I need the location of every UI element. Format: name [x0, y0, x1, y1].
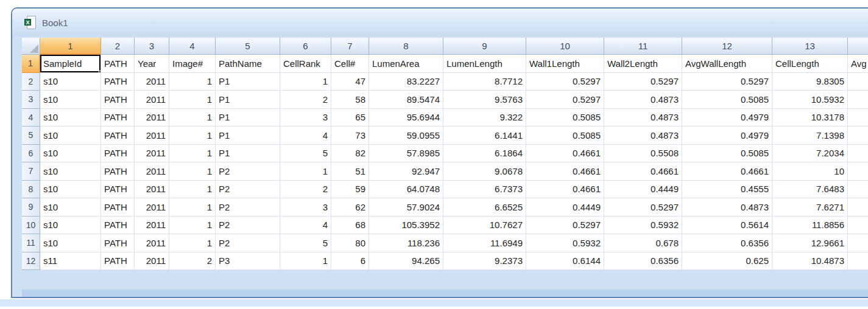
- column-header-2[interactable]: 2: [101, 38, 135, 55]
- cell[interactable]: 1: [169, 181, 216, 199]
- column-header-6[interactable]: 6: [280, 38, 331, 55]
- cell[interactable]: 2011: [135, 145, 169, 163]
- cell[interactable]: PATH: [101, 181, 135, 199]
- cell[interactable]: 0.4979: [682, 109, 772, 127]
- cell[interactable]: 2011: [135, 162, 169, 181]
- cell[interactable]: 6.6525: [443, 198, 526, 217]
- cell[interactable]: 1: [280, 252, 331, 271]
- cell[interactable]: 3: [280, 198, 331, 217]
- cell[interactable]: 12.9661: [772, 234, 848, 252]
- cell[interactable]: 11.8856: [772, 217, 848, 235]
- cell[interactable]: s10: [40, 234, 101, 252]
- cell[interactable]: 6.1441: [443, 127, 526, 145]
- row-header-10[interactable]: 10: [22, 217, 40, 235]
- cell[interactable]: 2011: [135, 127, 169, 145]
- cell[interactable]: Avg: [848, 55, 868, 73]
- column-header-5[interactable]: 5: [216, 38, 280, 55]
- cell[interactable]: [848, 252, 868, 271]
- cell[interactable]: 1: [169, 145, 216, 163]
- cell[interactable]: 0.6356: [682, 234, 772, 252]
- cell[interactable]: P1: [216, 73, 280, 91]
- cell[interactable]: 92.947: [369, 162, 443, 181]
- cell[interactable]: PATH: [101, 55, 135, 73]
- cell[interactable]: 0.5085: [526, 109, 604, 127]
- cell[interactable]: 1: [169, 198, 216, 217]
- cell[interactable]: s10: [40, 162, 101, 181]
- cell[interactable]: [848, 234, 868, 252]
- cell[interactable]: 1: [169, 234, 216, 252]
- cell[interactable]: 9.2373: [443, 252, 526, 271]
- cell[interactable]: s10: [40, 217, 101, 235]
- cell[interactable]: s11: [40, 252, 101, 271]
- cell[interactable]: P3: [216, 252, 280, 271]
- cell[interactable]: 4: [280, 217, 331, 235]
- cell[interactable]: 0.625: [682, 252, 772, 271]
- cell[interactable]: 0.4449: [526, 198, 604, 217]
- cell[interactable]: PATH: [101, 127, 135, 145]
- row-header-11[interactable]: 11: [22, 234, 40, 252]
- cell[interactable]: s10: [40, 127, 101, 145]
- cell[interactable]: 82: [331, 145, 369, 163]
- column-header-12[interactable]: 12: [682, 38, 772, 55]
- cell[interactable]: LumenLength: [443, 55, 526, 73]
- column-header-9[interactable]: 9: [443, 38, 526, 55]
- cell[interactable]: 2011: [135, 234, 169, 252]
- cell[interactable]: 1: [169, 162, 216, 181]
- cell[interactable]: P2: [216, 181, 280, 199]
- cell[interactable]: 62: [331, 198, 369, 217]
- cell[interactable]: PathName: [216, 55, 280, 73]
- cell[interactable]: 2011: [135, 217, 169, 235]
- cell[interactable]: 73: [331, 127, 369, 145]
- cell[interactable]: 0.5614: [682, 217, 772, 235]
- column-header-10[interactable]: 10: [526, 38, 604, 55]
- cell[interactable]: [848, 109, 868, 127]
- cell[interactable]: 9.0678: [443, 162, 526, 181]
- row-header-3[interactable]: 3: [22, 91, 40, 109]
- cell[interactable]: 0.4661: [526, 181, 604, 199]
- cell[interactable]: P1: [216, 145, 280, 163]
- cell[interactable]: 0.4661: [526, 162, 604, 181]
- cell[interactable]: PATH: [101, 234, 135, 252]
- cell[interactable]: PATH: [101, 109, 135, 127]
- row-header-8[interactable]: 8: [22, 181, 40, 199]
- cell[interactable]: 0.4555: [682, 181, 772, 199]
- cell[interactable]: 0.5932: [526, 234, 604, 252]
- cell[interactable]: CellLength: [772, 55, 848, 73]
- column-header-11[interactable]: 11: [604, 38, 682, 55]
- cell[interactable]: 0.4873: [604, 109, 682, 127]
- cell[interactable]: s10: [40, 198, 101, 217]
- cell[interactable]: s10: [40, 181, 101, 199]
- cell[interactable]: 0.4873: [604, 127, 682, 145]
- row-header-2[interactable]: 2: [22, 73, 40, 91]
- cell[interactable]: 6: [331, 252, 369, 271]
- cell[interactable]: 68: [331, 217, 369, 235]
- cell[interactable]: 0.5297: [526, 73, 604, 91]
- cell[interactable]: 2011: [135, 91, 169, 109]
- cell[interactable]: [848, 217, 868, 235]
- cell[interactable]: 0.4979: [682, 127, 772, 145]
- cell[interactable]: 10.5932: [772, 91, 848, 109]
- cell[interactable]: AvgWallLength: [682, 55, 772, 73]
- cell[interactable]: P1: [216, 91, 280, 109]
- cell[interactable]: 7.2034: [772, 145, 848, 163]
- row-header-1[interactable]: 1: [22, 55, 40, 73]
- cell[interactable]: 7.1398: [772, 127, 848, 145]
- cell[interactable]: 0.5085: [526, 127, 604, 145]
- cell[interactable]: 4: [280, 127, 331, 145]
- cell[interactable]: 0.5297: [604, 73, 682, 91]
- cell[interactable]: [848, 127, 868, 145]
- cell[interactable]: Wall2Length: [604, 55, 682, 73]
- cell[interactable]: [848, 91, 868, 109]
- cell[interactable]: 0.4661: [682, 162, 772, 181]
- column-header-1[interactable]: 1: [40, 38, 101, 55]
- cell[interactable]: 11.6949: [443, 234, 526, 252]
- cell[interactable]: 10.3178: [772, 109, 848, 127]
- cell[interactable]: 0.5932: [604, 217, 682, 235]
- row-header-5[interactable]: 5: [22, 127, 40, 145]
- cell[interactable]: P2: [216, 162, 280, 181]
- cell[interactable]: PATH: [101, 217, 135, 235]
- cell[interactable]: 8.7712: [443, 73, 526, 91]
- cell[interactable]: 0.6144: [526, 252, 604, 271]
- cell[interactable]: 2011: [135, 109, 169, 127]
- cell[interactable]: 65: [331, 109, 369, 127]
